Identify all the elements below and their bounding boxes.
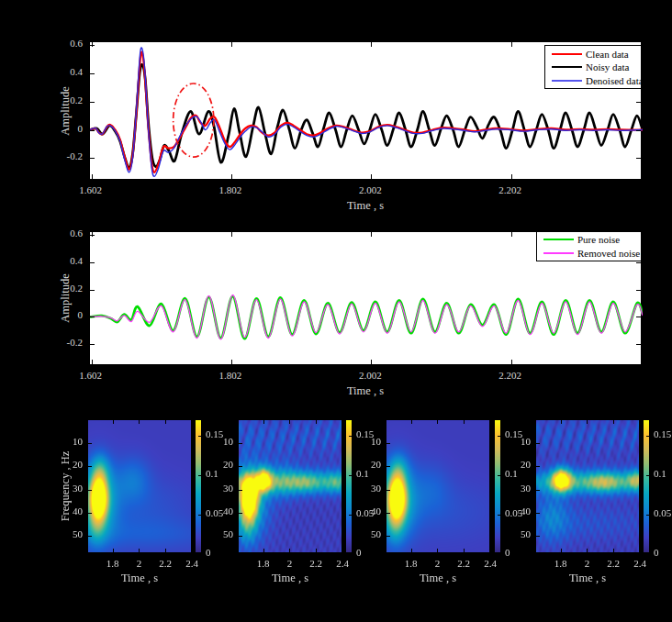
x-tick-mark <box>289 420 290 424</box>
x-tick-mark <box>139 420 140 424</box>
x-tick-label: 2.2 <box>607 558 620 570</box>
x-tick-mark <box>231 42 232 47</box>
y-tick-label: 50 <box>521 528 531 540</box>
y-tick-mark <box>239 443 242 444</box>
x-tick-mark <box>139 549 140 552</box>
x-tick-mark <box>511 232 512 237</box>
y-tick-label: 0.2 <box>70 94 83 106</box>
colorbar-tick-label: 0 <box>356 547 362 559</box>
x-tick-mark <box>316 420 317 424</box>
y-tick-label: 30 <box>521 483 531 494</box>
x-tick-mark <box>613 420 614 424</box>
y-axis-label-frequency: Frequency , Hz <box>59 451 73 522</box>
x-tick-mark <box>561 420 562 424</box>
x-tick-mark <box>587 549 588 552</box>
y-tick-mark <box>636 130 641 131</box>
y-tick-label: 0 <box>78 309 84 321</box>
colorbar-tick-mark <box>198 436 201 437</box>
x-tick-label: 1.602 <box>79 184 102 196</box>
legend-denoising: Clean dataNoisy dataDenoised data <box>544 45 642 89</box>
legend-label: Pure noise <box>577 234 620 245</box>
scalogram-plot-scalogram-removed-noise <box>535 419 640 553</box>
x-tick-label: 2.4 <box>336 558 349 570</box>
legend-line-sample <box>552 80 582 82</box>
colorbar-tick-mark <box>646 436 649 437</box>
y-tick-mark <box>88 443 92 444</box>
x-axis-label-time-scalogram: Time , s <box>569 572 606 585</box>
colorbar-tick-mark <box>646 515 649 516</box>
colorbar-tick-mark <box>498 475 500 476</box>
legend-label: Denoised data <box>586 75 644 86</box>
x-tick-mark <box>316 549 317 552</box>
colorbar-tick-label: 0.05 <box>206 507 223 519</box>
y-tick-mark <box>90 130 95 131</box>
x-tick-mark <box>640 420 641 424</box>
x-tick-mark <box>92 360 93 364</box>
x-tick-label: 1.8 <box>405 558 418 570</box>
legend-line-sample <box>552 53 582 55</box>
y-tick-label: 30 <box>73 483 83 494</box>
legend-item: Denoised data <box>545 75 641 86</box>
y-tick-label: 10 <box>371 436 381 448</box>
legend-line-sample <box>543 239 574 240</box>
y-tick-label: -0.2 <box>67 337 83 349</box>
x-tick-label: 2.002 <box>359 370 382 382</box>
legend-line-sample <box>543 252 574 254</box>
x-axis-label-time-top: Time , s <box>347 199 384 213</box>
legend-item: Removed noise <box>537 248 641 259</box>
colorbar-tick-mark <box>198 475 201 476</box>
colorbar-tick-label: 0.15 <box>206 428 223 440</box>
x-tick-label: 2.2 <box>159 558 172 570</box>
x-tick-mark <box>342 420 343 424</box>
y-tick-mark <box>536 490 540 491</box>
y-tick-mark <box>636 290 641 291</box>
y-tick-label: 20 <box>223 459 233 471</box>
x-axis-label-time-scalogram: Time , s <box>121 572 158 585</box>
figure: Amplitude Time , s Clean dataNoisy dataD… <box>0 0 672 622</box>
colorbar <box>195 419 202 553</box>
x-tick-mark <box>289 549 290 552</box>
y-tick-label: 20 <box>371 459 381 471</box>
x-tick-label: 2.2 <box>457 558 470 570</box>
colorbar-tick-mark <box>646 475 649 476</box>
x-tick-label: 2 <box>435 558 441 570</box>
x-tick-mark <box>165 420 166 424</box>
y-tick-mark <box>239 466 242 467</box>
x-tick-label: 2.2 <box>309 558 322 570</box>
colorbar-tick-mark <box>646 553 649 554</box>
scalogram-plot-scalogram-clean <box>87 419 192 553</box>
y-tick-mark <box>88 513 92 514</box>
x-tick-label: 2.202 <box>498 184 521 196</box>
x-tick-mark <box>92 174 93 179</box>
colorbar-tick-mark <box>349 553 352 554</box>
y-tick-mark <box>636 344 641 345</box>
x-tick-label: 2.202 <box>498 370 521 382</box>
y-tick-mark <box>386 536 390 537</box>
colorbar <box>494 419 501 553</box>
y-tick-mark <box>90 45 95 46</box>
y-axis-label-amplitude-middle: Amplitude <box>59 273 73 322</box>
x-tick-mark <box>113 420 114 424</box>
y-tick-label: 0.4 <box>70 255 83 267</box>
scalogram-plot-scalogram-noisy <box>238 419 342 553</box>
y-tick-label: 40 <box>73 505 83 517</box>
y-tick-mark <box>90 290 95 291</box>
x-tick-label: 1.8 <box>257 558 270 570</box>
y-tick-mark <box>90 158 95 159</box>
y-tick-mark <box>88 536 92 537</box>
colorbar-tick-mark <box>498 515 500 516</box>
y-tick-mark <box>636 317 641 317</box>
x-tick-mark <box>464 420 465 424</box>
y-tick-label: 40 <box>371 505 381 517</box>
x-axis-label-time-scalogram: Time , s <box>272 572 308 585</box>
legend-noise: Pure noiseRemoved noise <box>536 231 642 261</box>
x-tick-mark <box>411 549 412 552</box>
y-tick-mark <box>90 73 95 74</box>
scalogram-image <box>536 420 639 552</box>
x-tick-mark <box>411 420 412 424</box>
y-tick-mark <box>536 466 540 467</box>
colorbar-tick-mark <box>349 475 352 476</box>
colorbar <box>345 419 353 553</box>
legend-line-sample <box>552 66 582 68</box>
x-axis-label-time-scalogram: Time , s <box>420 572 456 585</box>
